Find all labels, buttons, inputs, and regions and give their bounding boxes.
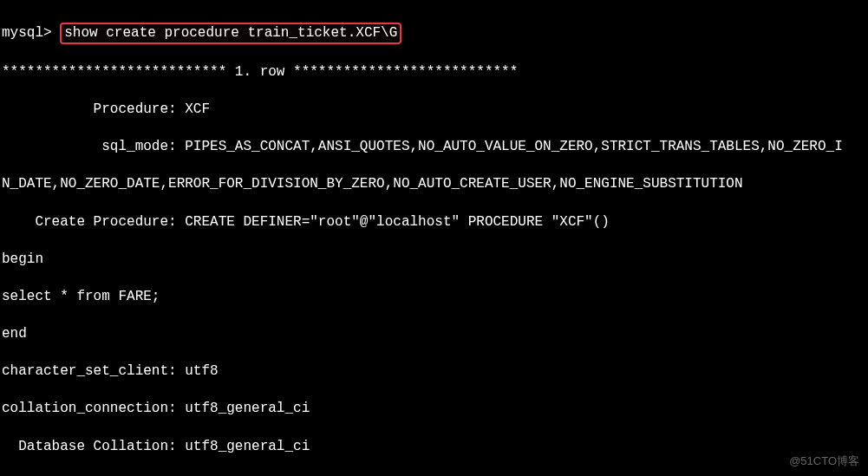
mysql-prompt-1: mysql>	[2, 25, 60, 41]
procedure-field: Procedure: XCF	[2, 101, 866, 120]
row-separator-1: *************************** 1. row *****…	[2, 63, 866, 82]
database-collation-line: Database Collation: utf8_general_ci	[2, 438, 866, 457]
charset-client-line: character_set_client: utf8	[2, 362, 866, 381]
begin-line: begin	[2, 251, 866, 270]
collation-connection-line: collation_connection: utf8_general_ci	[2, 400, 866, 419]
sql-mode-line2: N_DATE,NO_ZERO_DATE,ERROR_FOR_DIVISION_B…	[2, 175, 866, 194]
watermark-text: @51CTO博客	[789, 453, 859, 469]
terminal-output[interactable]: mysql> show create procedure train_ticke…	[0, 0, 868, 476]
sql-mode-line1: sql_mode: PIPES_AS_CONCAT,ANSI_QUOTES,NO…	[2, 138, 866, 157]
command-highlight-1: show create procedure train_ticket.XCF\G	[60, 23, 401, 45]
end-line: end	[2, 325, 866, 344]
select-line: select * from FARE;	[2, 288, 866, 307]
create-procedure-line: Create Procedure: CREATE DEFINER="root"@…	[2, 213, 866, 232]
